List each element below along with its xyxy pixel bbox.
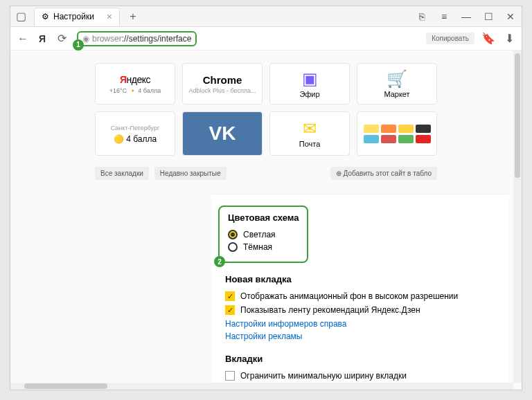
tile-chrome[interactable]: Chrome Adblock Plus - беспла...: [182, 63, 263, 104]
thumbnails-grid: [360, 120, 435, 147]
tile-weather[interactable]: Санкт-Петербург 🟡 4 балла: [95, 111, 175, 156]
yandex-home-button[interactable]: Я: [35, 32, 49, 46]
ads-settings-link[interactable]: Настройки рекламы: [225, 331, 504, 341]
color-scheme-section: Цветовая схема Светлая Тёмная 2: [218, 206, 308, 263]
maximize-button[interactable]: ☐: [477, 6, 499, 27]
tile-label: Маркет: [384, 90, 409, 98]
informers-settings-link[interactable]: Настройки информеров справа: [225, 319, 504, 329]
content-area: Яндекс +16°C 🔸 4 балла Chrome Adblock Pl…: [10, 51, 522, 390]
cart-icon: 🛒: [387, 69, 407, 89]
speed-dial: Яндекс +16°C 🔸 4 балла Chrome Adblock Pl…: [10, 51, 522, 180]
globe-icon: ◉: [82, 34, 89, 44]
settings-panel: Цветовая схема Светлая Тёмная 2 Новая вк…: [211, 194, 509, 390]
tile-efir[interactable]: ▣ Эфир: [269, 63, 350, 104]
efir-icon: ▣: [302, 69, 318, 89]
address-bar[interactable]: ◉ browser://settings/interface 1: [77, 31, 197, 46]
url-text: browser://settings/interface: [92, 34, 191, 44]
recently-closed-chip[interactable]: Недавно закрытые: [154, 167, 227, 180]
below-tiles-bar: Все закладки Недавно закрытые ⊕ Добавить…: [95, 167, 437, 180]
yandex-logo: Яндекс: [120, 74, 150, 85]
reader-button[interactable]: ⎘: [411, 6, 433, 27]
checkbox-label: Ограничить минимальную ширину вкладки: [240, 371, 407, 381]
radio-label: Светлая: [243, 230, 276, 239]
checkbox-label: Отображать анимационный фон в высоком ра…: [240, 291, 458, 301]
tile-label: Эфир: [299, 90, 319, 98]
close-window-button[interactable]: ✕: [499, 6, 522, 27]
hamburger-icon[interactable]: ≡: [433, 6, 455, 27]
checkbox-icon: ✓: [225, 291, 235, 301]
checkbox-zen-feed[interactable]: ✓ Показывать ленту рекомендаций Яндекс.Д…: [225, 305, 504, 315]
tile-label: Chrome: [203, 74, 242, 86]
horizontal-scrollbar[interactable]: [10, 383, 513, 390]
radio-icon: [228, 242, 238, 252]
minimize-button[interactable]: ―: [455, 6, 477, 27]
sidepanel-button[interactable]: ▢: [10, 6, 31, 27]
tile-vk[interactable]: VK: [182, 111, 263, 156]
tile-label: Почта: [299, 140, 321, 148]
vk-logo: VK: [209, 122, 236, 145]
tab-title: Настройки: [53, 12, 94, 21]
tab-settings[interactable]: ⚙ Настройки ×: [34, 8, 120, 26]
tile-yandex[interactable]: Яндекс +16°C 🔸 4 балла: [95, 63, 175, 104]
tiles-row-1: Яндекс +16°C 🔸 4 балла Chrome Adblock Pl…: [95, 63, 437, 104]
radio-dark[interactable]: Тёмная: [228, 242, 299, 252]
checkbox-icon: ✓: [225, 305, 235, 315]
tile-city: Санкт-Петербург: [111, 125, 160, 131]
reload-button[interactable]: ⟳: [55, 32, 69, 46]
weather-line: +16°C 🔸 4 балла: [109, 87, 161, 94]
vertical-scrollbar[interactable]: [513, 51, 522, 383]
downloads-icon[interactable]: ⬇: [502, 32, 516, 46]
radio-label: Тёмная: [243, 242, 272, 252]
titlebar: ▢ ⚙ Настройки × + ⎘ ≡ ― ☐ ✕: [10, 6, 522, 27]
copy-button[interactable]: Копировать: [426, 33, 475, 44]
gear-icon: ⚙: [42, 12, 49, 21]
mail-icon: ✉: [303, 119, 317, 138]
checkbox-label: Показывать ленту рекомендаций Яндекс.Дзе…: [240, 305, 420, 315]
browser-window: ▢ ⚙ Настройки × + ⎘ ≡ ― ☐ ✕ ← Я ⟳ ◉ brow…: [10, 6, 522, 390]
tile-mail[interactable]: ✉ Почта: [269, 111, 350, 156]
annotation-badge-1: 1: [73, 39, 84, 51]
tab-close-icon[interactable]: ×: [107, 11, 112, 22]
all-bookmarks-chip[interactable]: Все закладки: [95, 167, 149, 180]
tiles-row-2: Санкт-Петербург 🟡 4 балла VK ✉ Почта: [95, 111, 437, 156]
titlebar-controls: ⎘ ≡ ― ☐ ✕: [411, 6, 522, 27]
section-title-scheme: Цветовая схема: [228, 212, 299, 223]
section-title-tabs: Вкладки: [225, 354, 504, 364]
tile-market[interactable]: 🛒 Маркет: [357, 63, 437, 104]
add-site-chip[interactable]: ⊕ Добавить этот сайт в табло: [330, 167, 437, 180]
tile-thumbnails[interactable]: [357, 111, 437, 156]
bookmark-icon[interactable]: 🔖: [481, 32, 495, 46]
checkbox-icon: [225, 371, 235, 381]
tile-sub: Adblock Plus - беспла...: [188, 87, 256, 94]
section-title-newtab: Новая вкладка: [225, 274, 504, 284]
checkbox-min-tab-width[interactable]: Ограничить минимальную ширину вкладки: [225, 371, 504, 381]
radio-light[interactable]: Светлая: [228, 230, 299, 239]
navigation-toolbar: ← Я ⟳ ◉ browser://settings/interface 1 К…: [10, 27, 522, 51]
checkbox-hires-bg[interactable]: ✓ Отображать анимационный фон в высоком …: [225, 291, 504, 301]
toolbar-right: Копировать 🔖 ⬇: [426, 32, 516, 46]
radio-icon: [228, 230, 238, 239]
back-button[interactable]: ←: [16, 32, 30, 46]
annotation-badge-2: 2: [214, 256, 225, 267]
new-tab-button[interactable]: +: [124, 8, 142, 26]
tile-sub: 🟡 4 балла: [114, 134, 157, 144]
